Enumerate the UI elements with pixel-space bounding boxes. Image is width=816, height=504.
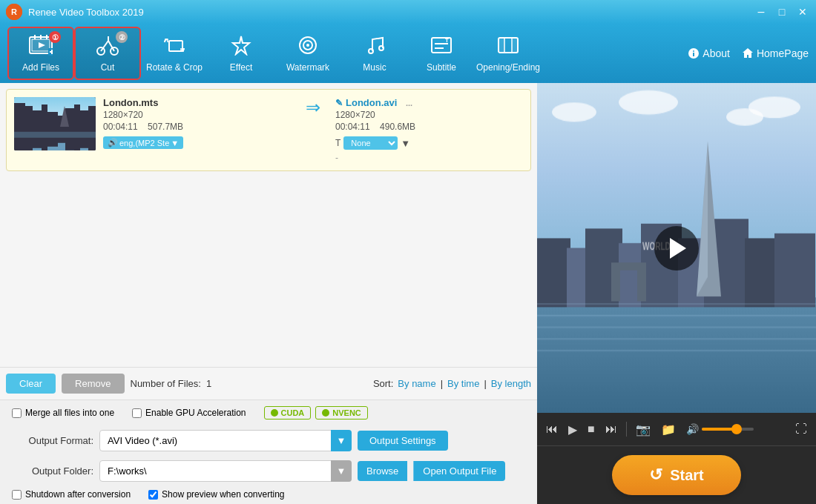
shutdown-checkbox-label[interactable]: Shutdown after conversion (12, 489, 131, 500)
edit-icon: ✎ (335, 98, 343, 108)
output-settings-button[interactable]: Output Settings (358, 431, 448, 451)
cuda-badge: CUDA (264, 406, 312, 420)
extra-options: Shutdown after conversion Show preview w… (0, 486, 537, 504)
right-panel: ⏮ ▶ ■ ⏭ 📷 📁 🔊 ⛶ ↺ Start (537, 83, 816, 504)
nvenc-dot (322, 409, 329, 417)
sort-by-length[interactable]: By length (491, 378, 531, 389)
effect-icon (230, 35, 252, 61)
format-select[interactable]: AVI Video (*.avi) (99, 430, 352, 451)
effect-label: Effect (230, 62, 252, 73)
gpu-checkbox[interactable] (132, 408, 142, 418)
volume-thumb[interactable] (731, 424, 742, 434)
svg-marker-17 (233, 36, 249, 54)
homepage-link[interactable]: HomePage (742, 47, 809, 59)
toolbar-effect[interactable]: Effect (208, 27, 274, 80)
svg-point-22 (379, 46, 384, 50)
sort-by-time[interactable]: By time (447, 378, 479, 389)
sort-section: Sort: By name | By time | By length (373, 378, 531, 389)
format-select-container: AVI Video (*.avi) ▼ (99, 430, 352, 451)
stop-button[interactable]: ■ (585, 421, 598, 437)
file-thumbnail (14, 97, 96, 150)
folder-label: Output Folder: (12, 465, 93, 477)
preview-checkbox-label[interactable]: Show preview when converting (148, 489, 284, 500)
source-resolution: 1280×720 (103, 110, 291, 120)
start-section: ↺ Start (537, 445, 816, 504)
volume-track[interactable] (702, 428, 754, 431)
start-button[interactable]: ↺ Start (612, 455, 741, 495)
file-count: Number of Files: 1 (131, 378, 212, 389)
folder-input-container: ▼ (99, 460, 352, 482)
bottom-controls: Clear Remove Number of Files: 1 Sort: By… (0, 367, 537, 399)
open-output-button[interactable]: Open Output File (413, 461, 505, 481)
folder-button[interactable]: 📁 (658, 421, 679, 438)
nvenc-badge: NVENC (315, 406, 368, 420)
svg-point-20 (306, 44, 309, 47)
close-btn[interactable]: ✕ (795, 4, 810, 19)
play-button[interactable] (654, 226, 699, 271)
music-label: Music (363, 62, 386, 73)
toolbar-subtitle[interactable]: T Subtitle (408, 27, 475, 80)
preview-checkbox[interactable] (148, 490, 158, 500)
output-extra: ... (406, 99, 412, 107)
main-area: London.mts 1280×720 00:04:11 507.7MB 🔊 e… (0, 83, 816, 504)
clear-button[interactable]: Clear (6, 374, 56, 394)
browse-button[interactable]: Browse (358, 461, 407, 481)
options-bar: Merge all files into one Enable GPU Acce… (0, 399, 537, 425)
file-list: London.mts 1280×720 00:04:11 507.7MB 🔊 e… (0, 83, 537, 367)
video-preview (537, 83, 816, 413)
rotate-crop-label: Rotate & Crop (146, 62, 203, 73)
gpu-checkbox-label[interactable]: Enable GPU Acceleration (132, 408, 246, 418)
window-controls: – □ ✕ (754, 4, 810, 19)
subtitle-dropdown[interactable]: None (343, 136, 398, 150)
cut-badge: ② (116, 31, 128, 43)
source-file-info: London.mts 1280×720 00:04:11 507.7MB 🔊 e… (103, 97, 291, 149)
app-logo: R (6, 4, 22, 20)
svg-rect-31 (512, 38, 518, 53)
app-title: Renee Video Toolbox 2019 (28, 7, 754, 18)
sort-by-name[interactable]: By name (398, 378, 435, 389)
merge-label: Merge all files into one (25, 408, 114, 418)
shutdown-label: Shutdown after conversion (25, 489, 131, 500)
minimize-btn[interactable]: – (754, 4, 769, 19)
nvenc-label: NVENC (332, 408, 361, 417)
toolbar-add-files[interactable]: ① Add Files (7, 27, 74, 80)
toolbar-music[interactable]: Music (341, 27, 408, 80)
toolbar-opening-ending[interactable]: Opening/Ending (475, 27, 542, 80)
skip-forward-button[interactable]: ⏭ (602, 421, 620, 437)
source-duration-size: 00:04:11 507.7MB (103, 122, 291, 132)
remove-button[interactable]: Remove (62, 374, 124, 394)
file-item: London.mts 1280×720 00:04:11 507.7MB 🔊 e… (6, 89, 531, 171)
screenshot-button[interactable]: 📷 (633, 421, 654, 438)
toolbar-rotate-crop[interactable]: Rotate & Crop (141, 27, 208, 80)
arrow-icon: ⇒ (306, 97, 320, 118)
merge-checkbox-label[interactable]: Merge all files into one (12, 408, 114, 418)
left-panel: London.mts 1280×720 00:04:11 507.7MB 🔊 e… (0, 83, 537, 504)
skip-back-button[interactable]: ⏮ (543, 421, 561, 437)
shutdown-checkbox[interactable] (12, 490, 22, 500)
toolbar-watermark[interactable]: Watermark (274, 27, 341, 80)
folder-input[interactable] (99, 460, 352, 482)
opening-ending-icon (497, 35, 519, 61)
player-divider (626, 422, 627, 437)
folder-arrow[interactable]: ▼ (331, 460, 352, 482)
cuda-dot (271, 409, 278, 417)
output-duration-size: 00:04:11 490.6MB (335, 122, 523, 132)
about-link[interactable]: About (688, 47, 730, 59)
audio-dropdown[interactable]: 🔊 eng,(MP2 Ste ▼ (103, 136, 183, 149)
toolbar-cut[interactable]: ② Cut (74, 27, 141, 80)
subtitle-dropdown-arrow: ▼ (401, 138, 410, 149)
toolbar-right: About HomePage (688, 47, 809, 59)
watermark-label: Watermark (286, 62, 329, 73)
merge-checkbox[interactable] (12, 408, 22, 418)
add-files-label: Add Files (22, 62, 59, 73)
play-pause-button[interactable]: ▶ (565, 421, 580, 438)
source-filename: London.mts (103, 97, 291, 108)
audio-select[interactable]: 🔊 eng,(MP2 Ste ▼ (103, 136, 291, 149)
format-row: Output Format: AVI Video (*.avi) ▼ Outpu… (0, 425, 537, 456)
format-arrow[interactable]: ▼ (331, 430, 352, 451)
subtitle-select[interactable]: T None ▼ (335, 136, 523, 150)
fullscreen-button[interactable]: ⛶ (792, 421, 810, 437)
output-filename: ✎ London.avi ... (335, 97, 523, 108)
maximize-btn[interactable]: □ (774, 4, 789, 19)
svg-rect-30 (499, 38, 504, 53)
